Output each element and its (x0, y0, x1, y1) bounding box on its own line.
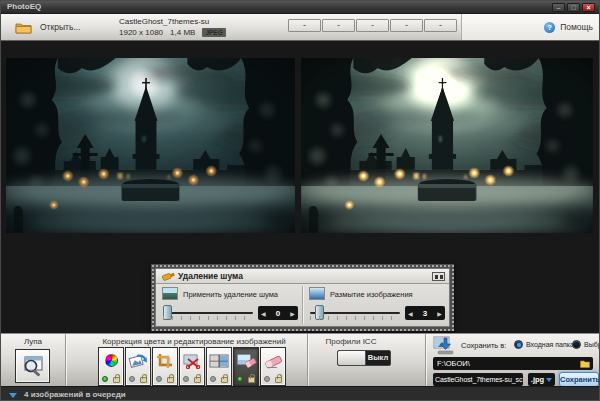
lock-icon[interactable] (194, 377, 201, 383)
filename-value: CastleGhost_7themes-su_sc (435, 376, 522, 383)
preset-button-3[interactable]: - (356, 19, 389, 32)
minimize-button[interactable]: – (552, 3, 565, 12)
preset-button-4[interactable]: - (390, 19, 423, 32)
open-button[interactable]: Открыть... (9, 16, 80, 38)
enabled-indicator (264, 376, 270, 382)
preview-after[interactable] (301, 58, 593, 233)
icc-toggle-knob (338, 351, 366, 365)
chevron-down-icon (546, 378, 552, 382)
tool-noise-removal-button[interactable] (233, 347, 259, 386)
tool-rotate-button[interactable] (125, 347, 151, 386)
tool-cut-button[interactable] (179, 347, 205, 386)
increment-arrow-icon[interactable]: ▶ (437, 310, 442, 317)
open-label: Открыть... (40, 22, 80, 32)
magnifier-label: Лупа (1, 337, 65, 346)
eraser-icon (263, 352, 284, 369)
enabled-indicator (183, 376, 189, 382)
titlebar[interactable]: PhotoEQ – □ × (1, 1, 599, 14)
status-bar: 4 изображений в очереди (1, 386, 599, 401)
tool-split-view-button[interactable] (206, 347, 232, 386)
icc-state: Выкл (366, 351, 390, 365)
preset-button-2[interactable]: - (322, 19, 355, 32)
icc-toggle[interactable]: Выкл (337, 350, 391, 366)
increment-arrow-icon[interactable]: ▶ (290, 310, 295, 317)
decrement-arrow-icon[interactable]: ◀ (408, 310, 413, 317)
maximize-button[interactable]: □ (567, 3, 580, 12)
icc-label: Профили ICC (307, 337, 395, 346)
file-info: CastleGhost_7themes-su 1920 x 1080 1,4 M… (119, 17, 226, 37)
enabled-indicator (129, 376, 135, 382)
queue-expand-icon[interactable] (9, 393, 17, 398)
noise-slider-group: Применить удаление шума ◀ 0 ▶ (156, 284, 302, 326)
noise-removal-panel[interactable]: Удаление шума Применить удаление шума ◀ … (151, 264, 454, 331)
lock-icon[interactable] (221, 377, 228, 383)
scissors-image-icon (182, 353, 202, 369)
format-dropdown[interactable]: .jpg (528, 373, 555, 386)
split-view-icon (209, 353, 229, 369)
blur-slider-label: Размытие изображения (330, 290, 413, 299)
app-title: PhotoEQ (7, 2, 41, 11)
color-wheel-icon (105, 354, 118, 367)
tools-section-label: Коррекция цвета и редактирование изображ… (74, 337, 314, 346)
save-path-field[interactable]: F:\ОБОИ\ (433, 357, 593, 370)
blur-slider-track[interactable] (310, 312, 400, 314)
panel-header[interactable]: Удаление шума (156, 269, 449, 284)
window-controls: – □ × (552, 3, 595, 12)
magnifier-icon (21, 354, 45, 378)
lock-icon[interactable] (167, 377, 174, 383)
lock-icon[interactable] (248, 377, 255, 383)
file-dimensions: 1920 x 1080 (119, 28, 163, 37)
enabled-indicator (237, 376, 243, 382)
save-image-icon (433, 336, 458, 355)
help-button[interactable]: ? Помощь (461, 14, 599, 40)
tool-crop-button[interactable] (152, 347, 178, 386)
filename-field[interactable]: CastleGhost_7themes-su_sc (433, 373, 523, 386)
rotate-image-icon (128, 353, 148, 369)
save-button[interactable]: Сохранить (559, 372, 599, 387)
browse-folder-icon[interactable] (580, 359, 590, 368)
noise-value: 0 (276, 309, 280, 318)
save-to-label: Сохранить в: (461, 341, 506, 350)
file-format-badge: JPEG (202, 28, 225, 37)
decrement-arrow-icon[interactable]: ◀ (261, 310, 266, 317)
tool-color-correction-button[interactable] (98, 347, 124, 386)
close-button[interactable]: × (582, 3, 595, 12)
radio-choose-label[interactable]: Выбрать (584, 341, 600, 348)
radio-choose[interactable] (572, 340, 581, 349)
photoeq-window: PhotoEQ – □ × Открыть... CastleGhost_7th… (0, 0, 600, 401)
radio-input-folder[interactable] (514, 340, 523, 349)
noise-removal-icon (236, 352, 257, 369)
enabled-indicator (102, 376, 108, 382)
enabled-indicator (210, 376, 216, 382)
save-path-value: F:\ОБОИ\ (437, 359, 470, 368)
lock-icon[interactable] (140, 377, 147, 383)
noise-slider-track[interactable] (163, 312, 253, 314)
queue-status: 4 изображений в очереди (24, 390, 126, 399)
panel-brush-icon (161, 270, 175, 282)
panel-collapse-icon[interactable] (432, 272, 445, 281)
format-value: .jpg (531, 375, 544, 384)
tool-eraser-button[interactable] (260, 347, 286, 386)
preview-before[interactable] (6, 58, 295, 233)
noise-slider-label: Применить удаление шума (183, 290, 278, 299)
blur-slider-group: Размытие изображения ◀ 3 ▶ (303, 284, 449, 326)
help-label: Помощь (560, 22, 593, 32)
lock-icon[interactable] (275, 377, 282, 383)
noise-thumbnail-icon (162, 287, 178, 300)
preset-buttons: - - - - - (288, 19, 457, 32)
lock-icon[interactable] (113, 377, 120, 383)
preset-button-1[interactable]: - (288, 19, 321, 32)
open-folder-icon (15, 21, 32, 34)
panel-title: Удаление шума (178, 271, 243, 281)
blur-value: 3 (423, 309, 427, 318)
magnifier-button[interactable] (15, 349, 50, 383)
radio-input-folder-label[interactable]: Входная папка (526, 341, 574, 348)
castle-scene (301, 58, 593, 233)
preset-button-5[interactable]: - (424, 19, 457, 32)
blur-thumbnail-icon (309, 287, 325, 300)
crop-icon (156, 353, 174, 369)
tools-row (98, 347, 286, 386)
file-name: CastleGhost_7themes-su (119, 17, 226, 26)
help-icon: ? (544, 22, 555, 33)
blur-value-spinner: ◀ 3 ▶ (405, 306, 445, 320)
